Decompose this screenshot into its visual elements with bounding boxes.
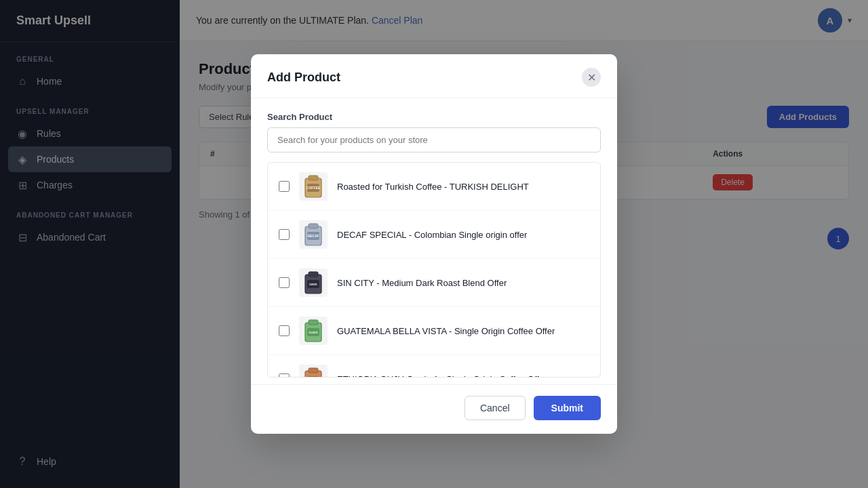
- list-item[interactable]: DARK SIN CITY - Medium Dark Roast Blend …: [268, 259, 600, 307]
- submit-button[interactable]: Submit: [534, 396, 601, 420]
- product-thumb-2: DECAF: [299, 220, 328, 249]
- list-item[interactable]: GUATE GUATEMALA BELLA VISTA - Single Ori…: [268, 307, 600, 355]
- svg-text:GUATE: GUATE: [309, 331, 318, 334]
- product-checkbox-1[interactable]: [279, 181, 290, 192]
- add-product-modal: Add Product ✕ Search Product COFFEE: [251, 54, 617, 434]
- search-label: Search Product: [267, 112, 601, 122]
- list-item[interactable]: COFFEE Roasted for Turkish Coffee - TURK…: [268, 163, 600, 211]
- product-name-4: GUATEMALA BELLA VISTA - Single Origin Co…: [337, 326, 555, 336]
- modal-close-button[interactable]: ✕: [582, 68, 601, 87]
- svg-rect-13: [309, 320, 318, 325]
- modal-body: Search Product COFFEE Roasted for Turkis…: [251, 98, 617, 384]
- list-item[interactable]: DECAF DECAF SPECIAL - Colombian Single o…: [268, 211, 600, 259]
- product-name-2: DECAF SPECIAL - Colombian Single origin …: [337, 230, 527, 240]
- product-thumb-3: DARK: [299, 268, 328, 297]
- svg-rect-17: [309, 368, 318, 373]
- product-checkbox-3[interactable]: [279, 277, 290, 288]
- search-input[interactable]: [267, 127, 601, 152]
- svg-rect-1: [309, 176, 318, 180]
- svg-rect-18: [307, 376, 319, 378]
- svg-rect-5: [309, 224, 318, 228]
- product-list: COFFEE Roasted for Turkish Coffee - TURK…: [267, 162, 601, 378]
- close-icon: ✕: [587, 71, 596, 84]
- product-checkbox-5[interactable]: [279, 373, 290, 378]
- modal-title: Add Product: [267, 70, 340, 85]
- list-item[interactable]: ETHIO ETHIOPIA GUJU Grade 1 - Single Ori…: [268, 355, 600, 378]
- product-thumb-1: COFFEE: [299, 172, 328, 201]
- product-checkbox-4[interactable]: [279, 325, 290, 336]
- product-name-3: SIN CITY - Medium Dark Roast Blend Offer: [337, 278, 507, 288]
- svg-text:DECAF: DECAF: [307, 234, 319, 238]
- svg-rect-9: [309, 272, 318, 277]
- product-thumb-4: GUATE: [299, 317, 328, 345]
- modal-overlay: Add Product ✕ Search Product COFFEE: [0, 0, 868, 488]
- product-name-5: ETHIOPIA GUJU Grade 1 - Single Origin Co…: [337, 374, 547, 378]
- svg-text:DARK: DARK: [309, 283, 317, 286]
- product-checkbox-2[interactable]: [279, 229, 290, 240]
- product-thumb-5: ETHIO: [299, 365, 328, 378]
- modal-footer: Cancel Submit: [251, 384, 617, 434]
- svg-text:COFFEE: COFFEE: [307, 186, 321, 190]
- modal-header: Add Product ✕: [251, 54, 617, 98]
- cancel-button[interactable]: Cancel: [465, 396, 526, 420]
- product-name-1: Roasted for Turkish Coffee - TURKISH DEL…: [337, 182, 529, 192]
